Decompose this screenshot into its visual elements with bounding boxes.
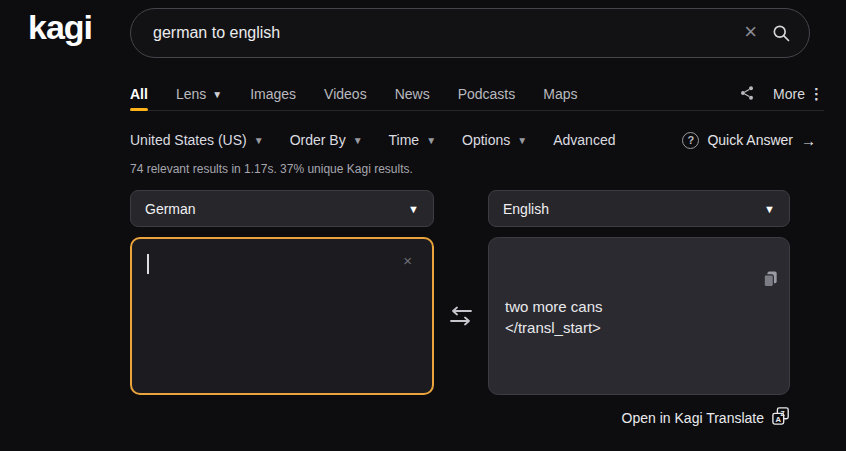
tab-maps[interactable]: Maps <box>543 78 577 110</box>
filters-row: United States (US) ▼ Order By ▼ Time ▼ O… <box>130 124 816 156</box>
question-circle-icon: ? <box>682 132 699 149</box>
translator-widget: German ▼ English ▼ × two mo <box>130 190 790 395</box>
chevron-down-icon: ▼ <box>408 203 419 215</box>
text-cursor <box>147 254 149 274</box>
translate-icon: A Z <box>772 407 790 428</box>
swap-arrows-icon <box>447 305 475 327</box>
tab-lens-label: Lens <box>176 86 206 102</box>
search-icon[interactable] <box>771 23 791 43</box>
translated-text: two more cans </transl_start> <box>505 298 603 337</box>
tab-videos-label: Videos <box>324 86 367 102</box>
vertical-dots-icon: ⋮ <box>809 85 824 103</box>
order-by-filter[interactable]: Order By ▼ <box>290 132 363 148</box>
arrow-right-icon: → <box>801 132 816 149</box>
tab-maps-label: Maps <box>543 86 577 102</box>
chevron-down-icon: ▼ <box>426 135 436 146</box>
swap-languages-button[interactable] <box>434 237 488 395</box>
tab-news-label: News <box>395 86 430 102</box>
region-filter[interactable]: United States (US) ▼ <box>130 132 264 148</box>
region-filter-label: United States (US) <box>130 132 247 148</box>
quick-answer-button[interactable]: ? Quick Answer → <box>682 132 816 149</box>
search-bar: × <box>130 8 810 58</box>
tab-podcasts[interactable]: Podcasts <box>458 78 516 110</box>
svg-text:Z: Z <box>781 410 785 417</box>
chevron-down-icon: ▼ <box>517 135 527 146</box>
search-input[interactable] <box>153 24 744 42</box>
options-filter-label: Options <box>462 132 510 148</box>
kagi-search-page: kagi × All Lens ▼ Images Videos News <box>0 0 846 451</box>
tab-images-label: Images <box>250 86 296 102</box>
tab-podcasts-label: Podcasts <box>458 86 516 102</box>
time-filter[interactable]: Time ▼ <box>389 132 437 148</box>
tab-all[interactable]: All <box>130 78 148 110</box>
chevron-down-icon: ▼ <box>353 135 363 146</box>
open-in-kagi-translate-link[interactable]: Open in Kagi Translate A Z <box>622 407 790 428</box>
chevron-down-icon: ▼ <box>212 89 222 100</box>
tabs-right-actions: More ⋮ <box>739 85 824 104</box>
tab-videos[interactable]: Videos <box>324 78 367 110</box>
advanced-label: Advanced <box>553 132 615 148</box>
share-icon[interactable] <box>739 85 755 104</box>
options-filter[interactable]: Options ▼ <box>462 132 527 148</box>
advanced-filter[interactable]: Advanced <box>553 132 615 148</box>
results-stats: 74 relevant results in 1.17s. 37% unique… <box>130 162 413 176</box>
source-text-area[interactable]: × <box>130 237 434 395</box>
kagi-logo[interactable]: kagi <box>28 8 92 47</box>
quick-answer-label: Quick Answer <box>707 132 793 148</box>
open-link-label: Open in Kagi Translate <box>622 410 764 426</box>
more-menu[interactable]: More ⋮ <box>773 85 824 103</box>
tab-images[interactable]: Images <box>250 78 296 110</box>
source-language-select[interactable]: German ▼ <box>130 190 434 227</box>
copy-icon[interactable] <box>760 247 780 295</box>
clear-search-icon[interactable]: × <box>744 21 771 45</box>
target-language-select[interactable]: English ▼ <box>488 190 790 227</box>
order-by-label: Order By <box>290 132 346 148</box>
time-filter-label: Time <box>389 132 420 148</box>
more-label: More <box>773 86 805 102</box>
chevron-down-icon: ▼ <box>254 135 264 146</box>
tab-news[interactable]: News <box>395 78 430 110</box>
result-tabs: All Lens ▼ Images Videos News Podcasts M… <box>130 78 824 111</box>
target-language-value: English <box>503 201 549 217</box>
target-text-area[interactable]: two more cans </transl_start> <box>488 237 790 395</box>
tab-all-label: All <box>130 86 148 102</box>
source-language-value: German <box>145 201 196 217</box>
chevron-down-icon: ▼ <box>764 203 775 215</box>
tab-lens[interactable]: Lens ▼ <box>176 78 222 110</box>
clear-source-icon[interactable]: × <box>403 253 412 268</box>
